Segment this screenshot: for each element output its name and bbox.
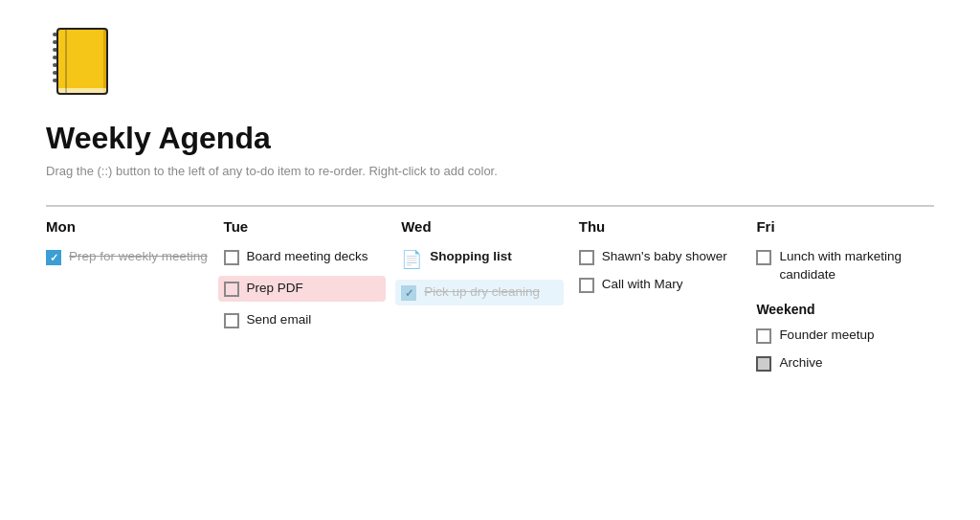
subtitle: Drag the (::) button to the left of any … (46, 164, 934, 178)
task-checkbox[interactable] (224, 250, 239, 265)
day-column-fri: Fri Lunch with marketing candidate Weeke… (756, 205, 934, 382)
task-label: Call with Mary (602, 276, 683, 294)
task-label: Prep PDF (247, 280, 303, 298)
task-item: Call with Mary (579, 276, 742, 294)
day-heading-tue: Tue (224, 218, 387, 235)
day-column-tue: Tue Board meeting decks Prep PDF Send em… (224, 205, 402, 339)
task-item: Shawn's baby shower (579, 248, 742, 266)
task-item-archive: Archive (756, 354, 919, 373)
day-column-wed: Wed 📄 Shopping list Pick up dry cleaning (401, 205, 579, 315)
document-icon: 📄 (401, 249, 422, 270)
task-label-archive: Archive (779, 354, 822, 373)
task-item: 📄 Shopping list (401, 248, 564, 270)
day-heading-fri: Fri (756, 218, 919, 235)
task-label: Pick up dry cleaning (424, 283, 540, 302)
task-label: Send email (247, 311, 312, 329)
task-checkbox[interactable] (756, 250, 771, 265)
archive-checkbox[interactable] (756, 356, 771, 372)
page-title: Weekly Agenda (46, 121, 934, 156)
notebook-icon (46, 23, 115, 100)
task-checkbox[interactable] (579, 278, 594, 293)
weekend-heading: Weekend (756, 302, 919, 317)
task-label: Shopping list (430, 248, 512, 266)
day-heading-wed: Wed (401, 218, 564, 235)
task-checkbox[interactable] (224, 282, 239, 297)
task-checkbox[interactable] (579, 250, 594, 265)
task-checkbox[interactable] (46, 250, 61, 265)
logo-area (46, 23, 934, 103)
svg-rect-7 (57, 29, 107, 94)
task-label: Lunch with marketing candidate (779, 248, 919, 284)
task-label: Shawn's baby shower (602, 248, 727, 266)
day-heading-mon: Mon (46, 218, 209, 235)
task-label: Prep for weekly meeting (69, 248, 208, 266)
day-column-thu: Thu Shawn's baby shower Call with Mary (579, 205, 757, 304)
svg-rect-9 (57, 88, 107, 93)
days-grid: Mon Prep for weekly meeting Tue Board me… (46, 205, 934, 382)
task-item: Founder meetup (756, 327, 919, 345)
task-item-highlighted: Prep PDF (218, 276, 387, 302)
day-column-mon: Mon Prep for weekly meeting (46, 205, 224, 276)
day-heading-thu: Thu (579, 218, 742, 235)
task-item: Board meeting decks (224, 248, 387, 266)
task-label: Founder meetup (779, 327, 874, 345)
task-checkbox[interactable] (224, 313, 239, 328)
task-item-blue: Pick up dry cleaning (395, 280, 564, 305)
svg-rect-11 (65, 29, 67, 94)
task-item: Lunch with marketing candidate (756, 248, 919, 284)
task-checkbox[interactable] (756, 328, 771, 344)
task-checkbox[interactable] (401, 285, 416, 301)
task-label: Board meeting decks (247, 248, 368, 266)
task-item: Prep for weekly meeting (46, 248, 209, 266)
task-item: Send email (224, 311, 387, 329)
